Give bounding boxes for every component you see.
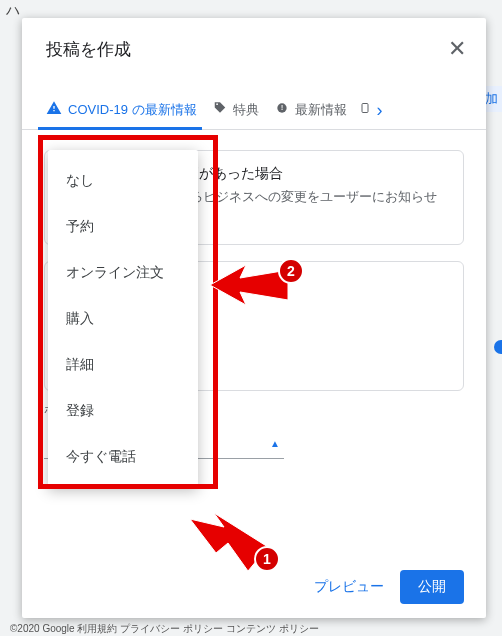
svg-text:!: ! xyxy=(281,104,283,111)
tab-bar: COVID-19 の最新情報 特典 ! 最新情報 › xyxy=(22,92,486,130)
tag-icon xyxy=(213,101,227,118)
tab-special[interactable]: 特典 xyxy=(205,93,267,129)
device-icon xyxy=(359,101,371,118)
menu-item-register[interactable]: 登録 xyxy=(48,388,198,434)
tab-news[interactable]: ! 最新情報 xyxy=(267,93,355,129)
tab-label: 最新情報 xyxy=(295,101,347,119)
svg-rect-2 xyxy=(362,104,368,113)
tab-more[interactable] xyxy=(355,93,373,128)
menu-item-booking[interactable]: 予約 xyxy=(48,204,198,250)
background-text: ハ xyxy=(6,2,20,20)
menu-item-none[interactable]: なし xyxy=(48,158,198,204)
dropdown-menu: なし 予約 オンライン注文 購入 詳細 登録 今すぐ電話 xyxy=(48,150,198,488)
menu-item-details[interactable]: 詳細 xyxy=(48,342,198,388)
chevron-right-icon[interactable]: › xyxy=(373,100,387,121)
tab-label: 特典 xyxy=(233,101,259,119)
menu-item-online-order[interactable]: オンライン注文 xyxy=(48,250,198,296)
menu-item-buy[interactable]: 購入 xyxy=(48,296,198,342)
burst-icon: ! xyxy=(275,101,289,118)
modal-footer: プレビュー 公開 xyxy=(314,570,464,604)
page-footer-text: ©2020 Google 利用規約 プライバシー ポリシー コンテンツ ポリシー xyxy=(0,620,502,636)
tab-label: COVID-19 の最新情報 xyxy=(68,101,197,119)
tab-covid[interactable]: COVID-19 の最新情報 xyxy=(38,92,205,129)
alert-icon xyxy=(46,100,62,119)
preview-button[interactable]: プレビュー xyxy=(314,578,384,596)
modal-title: 投稿を作成 xyxy=(46,38,131,61)
decorative-dot xyxy=(494,340,502,354)
modal-header: 投稿を作成 ✕ xyxy=(22,18,486,92)
close-icon[interactable]: ✕ xyxy=(448,36,466,62)
dropdown-arrow-icon: ▲ xyxy=(270,438,280,449)
publish-button[interactable]: 公開 xyxy=(400,570,464,604)
menu-item-call-now[interactable]: 今すぐ電話 xyxy=(48,434,198,480)
